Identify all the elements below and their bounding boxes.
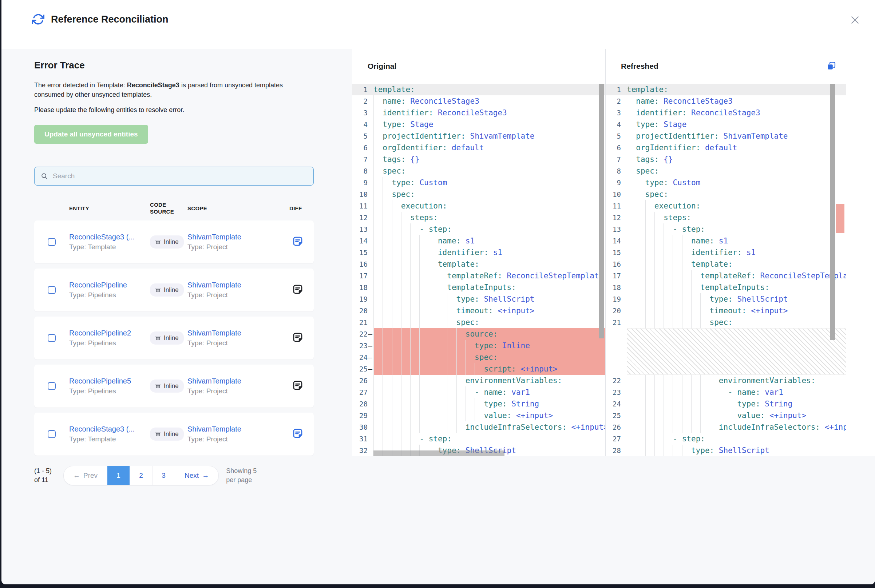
diff-note-icon: [292, 236, 303, 247]
row-checkbox[interactable]: [48, 238, 56, 246]
code-line: 18templateInputs:: [606, 282, 846, 293]
scope-link[interactable]: ShivamTemplate: [188, 425, 290, 434]
dialog-header: Reference Reconciliation: [2, 0, 875, 49]
code-line: 17templateRef: ReconcileStepTemplate: [606, 270, 846, 282]
line-number: 26: [352, 375, 374, 386]
line-number: 15: [606, 247, 627, 258]
line-number: 28: [352, 398, 374, 410]
view-diff-button[interactable]: [291, 379, 304, 393]
row-checkbox[interactable]: [48, 286, 56, 294]
code-line: 22environmentVariables:: [606, 375, 846, 386]
column-diff: DIFF: [290, 205, 314, 212]
row-checkbox[interactable]: [48, 334, 56, 342]
line-number: 6: [352, 142, 374, 153]
line-number: 2: [352, 95, 374, 107]
code-line: 7tags: {}: [352, 153, 605, 165]
search-input[interactable]: [53, 172, 308, 180]
code-line: 1template:: [352, 84, 605, 95]
line-number: 23: [606, 386, 627, 398]
line-number: 5: [352, 130, 374, 142]
entity-link[interactable]: ReconcileStage3 (...: [69, 425, 150, 434]
pagination: (1 - 5) of 11 ←Prev123Next→ Showing 5 pe…: [34, 466, 314, 485]
entity-link[interactable]: ReconcilePipeline2: [69, 329, 150, 337]
view-diff-button[interactable]: [291, 283, 304, 297]
error-trace-heading: Error Trace: [34, 60, 314, 71]
line-number: 9: [606, 177, 627, 189]
scope-link[interactable]: ShivamTemplate: [188, 233, 290, 241]
code-line: 5projectIdentifier: ShivamTemplate: [606, 130, 846, 142]
row-checkbox[interactable]: [48, 382, 56, 390]
view-diff-button[interactable]: [291, 331, 304, 345]
code-line: 15identifier: s1: [606, 247, 846, 258]
close-button[interactable]: [848, 13, 862, 28]
entity-type: Type: Pipelines: [69, 387, 150, 395]
entity-link[interactable]: ReconcilePipeline: [69, 281, 150, 289]
original-pane-header: Original: [352, 49, 605, 84]
code-source-badge: Inline: [150, 236, 184, 249]
code-line: 20timeout: <+input>: [606, 305, 846, 316]
scope-link[interactable]: ShivamTemplate: [188, 329, 290, 337]
code-source-badge: Inline: [150, 428, 184, 441]
code-line: 8spec:: [352, 165, 605, 177]
scope-link[interactable]: ShivamTemplate: [188, 377, 290, 386]
code-line: 6orgIdentifier: default: [352, 142, 605, 153]
entity-link[interactable]: ReconcileStage3 (...: [69, 233, 150, 241]
original-title: Original: [368, 62, 396, 70]
arrow-right-icon: →: [202, 472, 209, 480]
original-code-area[interactable]: 1template:2name: ReconcileStage33identif…: [352, 84, 605, 456]
copy-button[interactable]: [825, 60, 837, 73]
line-number: 13: [352, 224, 374, 235]
code-line: 24—spec:: [352, 351, 605, 363]
code-line: 1template:: [606, 84, 846, 95]
code-line: 29value: <+input>: [352, 410, 605, 422]
inline-source-icon: [155, 287, 161, 293]
code-line: 7tags: {}: [606, 153, 846, 165]
horizontal-scrollbar[interactable]: [374, 450, 504, 456]
scope-link[interactable]: ShivamTemplate: [188, 281, 290, 289]
page-button-1[interactable]: 1: [107, 466, 129, 485]
line-number: 19: [606, 293, 627, 305]
line-number: 28: [606, 445, 627, 456]
line-number: 31: [352, 433, 374, 445]
entity-link[interactable]: ReconcilePipeline5: [69, 377, 150, 386]
divider: [34, 157, 314, 157]
code-line: 21spec:: [352, 316, 605, 328]
line-number: 2: [606, 95, 627, 107]
code-line: 23—type: Inline: [352, 340, 605, 351]
line-number: 6: [606, 142, 627, 153]
page-button-2[interactable]: 2: [129, 466, 152, 485]
entity-row: ReconcilePipeline5Type: PipelinesInlineS…: [34, 364, 314, 408]
code-line: 23- name: var1: [606, 386, 846, 398]
scope-type: Type: Project: [188, 387, 290, 395]
page-button-3[interactable]: 3: [152, 466, 175, 485]
line-number: 15: [352, 247, 374, 258]
error-trace-instruction: Please update the following entities to …: [34, 105, 289, 115]
view-diff-button[interactable]: [291, 427, 304, 441]
line-number: 18: [352, 282, 374, 293]
prev-page-button[interactable]: ←Prev: [64, 466, 107, 485]
vertical-scrollbar[interactable]: [599, 84, 604, 338]
view-diff-button[interactable]: [291, 235, 304, 249]
inline-source-icon: [155, 335, 161, 341]
vertical-scrollbar[interactable]: [830, 84, 835, 340]
line-number: 8: [352, 165, 374, 177]
arrow-left-icon: ←: [73, 472, 80, 480]
dialog-title: Reference Reconciliation: [51, 13, 168, 26]
row-checkbox[interactable]: [48, 430, 56, 438]
line-number: 22—: [352, 328, 374, 340]
line-number: 19: [352, 293, 374, 305]
line-number: 7: [352, 153, 374, 165]
line-number: 20: [606, 305, 627, 316]
code-line: 15identifier: s1: [352, 247, 605, 258]
update-all-unsynced-entities-button[interactable]: Update all unsynced entities: [34, 125, 148, 144]
code-line: 27- name: var1: [352, 386, 605, 398]
code-line: 27- step:: [606, 433, 846, 445]
line-number: 10: [352, 189, 374, 200]
line-number: 16: [352, 258, 374, 270]
code-line: 17templateRef: ReconcileStepTemplate: [352, 270, 605, 282]
diff-note-icon: [292, 428, 303, 439]
code-line: 6orgIdentifier: default: [606, 142, 846, 153]
line-number: 14: [606, 235, 627, 247]
refreshed-code-area[interactable]: 1template:2name: ReconcileStage33identif…: [606, 84, 846, 456]
next-page-button[interactable]: Next→: [175, 466, 218, 485]
